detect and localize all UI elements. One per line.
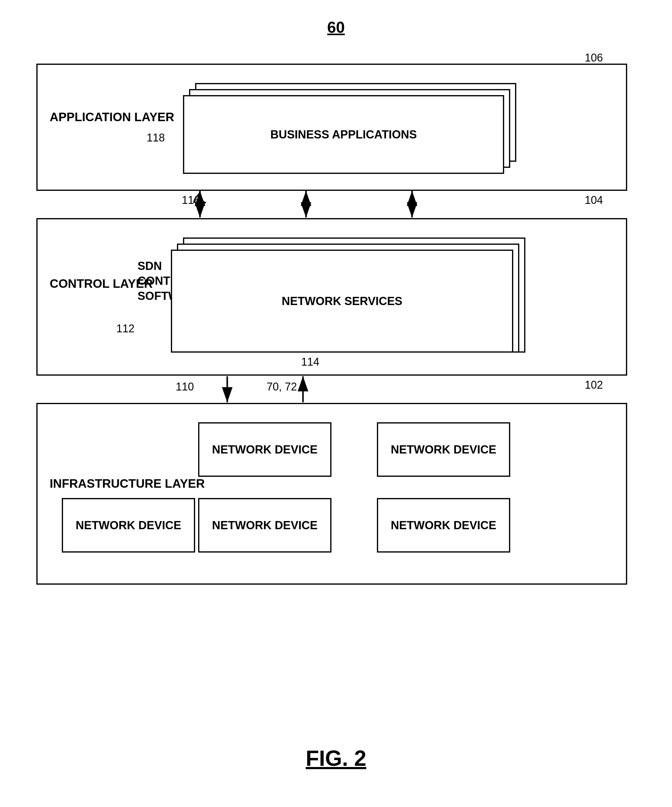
infrastructure-layer-label: INFRASTRUCTURE LAYER [50,477,205,490]
network-device-top-right: NETWORK DEVICE [377,422,510,477]
ref-114: 114 [301,355,319,369]
network-device-bottom-right: NETWORK DEVICE [377,498,510,553]
application-layer-label: APPLICATION LAYER [50,110,174,124]
network-device-bottom-left: NETWORK DEVICE [62,498,195,553]
ref-118: 118 [146,131,165,144]
ref-104: 104 [585,194,603,207]
network-services-box: NETWORK SERVICES [171,250,513,353]
control-layer-box: CONTROL LAYER SDN CONTROL SOFTWARE 112 N… [37,218,627,375]
network-device-bottom-center: NETWORK DEVICE [198,498,331,553]
ref-112: 112 [116,322,135,335]
ref-116: 116 [182,194,200,207]
figure-caption: FIG. 2 [306,746,366,770]
ref-70-72: 70, 72 [267,380,297,393]
ref-102: 102 [585,379,603,391]
page: 60 106 APPLICATION LAYER BUSINESS APPLIC… [0,0,672,807]
business-applications-box: BUSINESS APPLICATIONS [183,95,504,174]
figure-number: 60 [327,18,345,37]
infrastructure-layer-box: INFRASTRUCTURE LAYER NETWORK DEVICE NETW… [37,403,627,584]
network-device-top-center: NETWORK DEVICE [198,422,331,477]
ref-110: 110 [176,380,194,393]
ref-106: 106 [585,51,603,64]
application-layer-box: APPLICATION LAYER BUSINESS APPLICATIONS … [37,64,627,191]
